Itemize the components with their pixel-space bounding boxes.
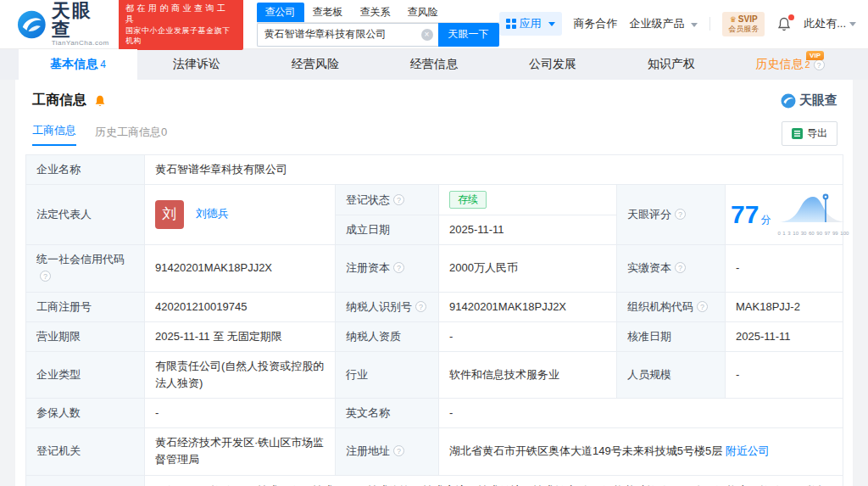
export-button[interactable]: 导出	[782, 121, 837, 146]
company-tabbar: 基本信息 4 法律诉讼 经营风险 经营信息 公司发展 知识产权 VIP 历史信息…	[0, 49, 868, 80]
company-name-label: 企业名称	[26, 155, 145, 185]
table-row: 企业类型 有限责任公司(自然人投资或控股的法人独资) 行业 软件和信息技术服务业…	[26, 351, 843, 398]
registration-authority-value: 黄石经济技术开发区·铁山区市场监督管理局	[145, 428, 336, 475]
user-menu[interactable]: 此处有...	[804, 16, 856, 31]
company-name-value: 黄石智谱华章科技有限公司	[145, 155, 843, 185]
registration-authority-label: 登记机关	[26, 428, 145, 475]
vip-badge: VIP	[806, 51, 824, 60]
tianyancha-logo-icon	[17, 9, 47, 40]
tab-basic-info-label: 基本信息	[50, 57, 97, 72]
staff-size-label: 人员规模	[617, 351, 726, 398]
industry-label: 行业	[336, 351, 439, 398]
taxpayer-quality-value: -	[439, 321, 617, 351]
help-icon[interactable]	[40, 271, 51, 282]
tab-history-info[interactable]: VIP 历史信息 2	[731, 49, 849, 80]
tab-label: 知识产权	[648, 57, 695, 72]
table-row: 统一社会信用代码 91420201MAK18PJJ2X 注册资本 2000万人民…	[26, 245, 843, 292]
help-icon[interactable]	[415, 301, 426, 312]
tab-label: 经营风险	[292, 57, 339, 72]
watermark-logo: 天眼查	[781, 92, 837, 109]
business-info-card: 工商信息 天眼查 工商信息 历史工商信息0 导出	[15, 80, 853, 486]
tab-label: 公司发展	[529, 57, 576, 72]
search-tab-boss[interactable]: 查老板	[304, 3, 352, 22]
approve-date-value: 2025-11-11	[726, 321, 843, 351]
paid-capital-value: -	[726, 245, 843, 292]
watermark-text: 天眼查	[799, 92, 837, 109]
registered-address-label: 注册地址	[336, 428, 439, 475]
subtab-history-business-info[interactable]: 历史工商信息0	[95, 125, 167, 146]
help-icon[interactable]	[814, 59, 825, 70]
tab-company-development[interactable]: 公司发展	[493, 49, 612, 80]
search-tab-relation[interactable]: 查关系	[352, 3, 399, 22]
legal-rep-link[interactable]: 刘德兵	[196, 208, 229, 221]
chevron-down-icon	[548, 22, 555, 26]
clear-icon[interactable]	[421, 29, 433, 41]
business-info-table: 企业名称 黄石智谱华章科技有限公司 法定代表人 刘 刘德兵 登记状态 存续 天眼…	[25, 154, 843, 486]
help-icon[interactable]	[393, 445, 404, 456]
search-tab-risk[interactable]: 查风险	[399, 3, 447, 22]
insured-count-label: 参保人数	[26, 399, 145, 428]
tab-history-info-count: 2	[804, 59, 810, 70]
score-number: 77	[731, 200, 759, 228]
top-nav: 应用 商务合作 企业级产品 ♛SVIP 会员服务 此处有...	[499, 12, 856, 36]
table-row: 登记机关 黄石经济技术开发区·铁山区市场监督管理局 注册地址 湖北省黄石市开铁区…	[26, 428, 843, 475]
help-icon[interactable]	[393, 194, 404, 205]
business-scope-value: 一般项目：软件开发;技术服务、技术开发、技术咨询、技术交流、技术转让、技术推广;…	[145, 475, 843, 486]
search-button[interactable]: 天眼一下	[438, 23, 499, 47]
svip-membership-button[interactable]: ♛SVIP 会员服务	[722, 12, 765, 36]
apps-menu-button[interactable]: 应用	[499, 12, 562, 36]
taxpayer-id-value: 91420201MAK18PJJ2X	[439, 292, 617, 321]
nav-divider	[709, 17, 710, 31]
reg-capital-label: 注册资本	[336, 245, 439, 292]
tab-operating-risk[interactable]: 经营风险	[256, 49, 375, 80]
chevron-down-icon	[849, 22, 856, 26]
watermark-logo-icon	[781, 93, 796, 109]
slogan-line1: 都在用的商业查询工具	[125, 3, 236, 25]
subscribe-bell-icon[interactable]	[93, 94, 107, 108]
help-icon[interactable]	[675, 262, 686, 273]
chevron-down-icon	[691, 23, 698, 27]
tab-legal-proceedings[interactable]: 法律诉讼	[137, 49, 256, 80]
crown-icon: ♛	[730, 15, 737, 24]
export-label: 导出	[807, 126, 827, 141]
tab-operating-info[interactable]: 经营信息	[375, 49, 493, 80]
legal-rep-avatar[interactable]: 刘	[155, 200, 184, 229]
nearby-companies-link[interactable]: 附近公司	[726, 444, 770, 457]
help-icon[interactable]	[697, 301, 708, 312]
nav-enterprise-products[interactable]: 企业级产品	[630, 16, 698, 31]
tianyan-score-label-text: 天眼评分	[627, 208, 671, 221]
registered-address-text: 湖北省黄石市开铁区奥体大道149号未来科技城5号楼5层	[449, 444, 722, 457]
business-term-value: 2025-11-11 至 无固定期限	[145, 321, 336, 351]
tianyan-score-value: 77分	[726, 185, 843, 245]
legal-rep-label: 法定代表人	[26, 185, 145, 245]
help-icon[interactable]	[675, 209, 686, 220]
org-code-value: MAK18PJJ-2	[726, 292, 843, 321]
nav-business-cooperation[interactable]: 商务合作	[574, 16, 618, 31]
paid-capital-label: 实缴资本	[617, 245, 726, 292]
table-row: 法定代表人 刘 刘德兵 登记状态 存续 天眼评分 77分	[26, 185, 843, 215]
notification-bell-icon[interactable]	[776, 16, 792, 31]
english-name-value: -	[439, 399, 843, 428]
approve-date-label: 核准日期	[617, 321, 726, 351]
reg-number-label: 工商注册号	[26, 292, 145, 321]
help-icon[interactable]	[393, 262, 404, 273]
tab-basic-info[interactable]: 基本信息 4	[19, 49, 137, 80]
reg-status-value: 存续	[439, 185, 617, 215]
brand-domain: TianYanCha.com	[52, 39, 110, 47]
tianyan-score-label: 天眼评分	[617, 185, 726, 245]
status-badge: 存续	[449, 191, 487, 209]
english-name-label: 英文名称	[336, 399, 439, 428]
tianyancha-logo[interactable]: 天眼查 TianYanCha.com	[17, 2, 110, 47]
table-row: 参保人数 - 英文名称 -	[26, 399, 843, 428]
table-row: 营业期限 2025-11-11 至 无固定期限 纳税人资质 - 核准日期 202…	[26, 321, 843, 351]
tab-intellectual-property[interactable]: 知识产权	[612, 49, 731, 80]
search-tab-company[interactable]: 查公司	[257, 3, 304, 22]
taxpayer-quality-label: 纳税人资质	[336, 321, 439, 351]
search-input[interactable]	[257, 23, 438, 47]
notification-dot	[788, 14, 794, 20]
establish-date-label: 成立日期	[336, 215, 439, 245]
slogan-line2: 国家中小企业发展子基金旗下机构	[125, 25, 236, 46]
subtab-business-info[interactable]: 工商信息	[32, 123, 76, 146]
table-row: 经营范围 一般项目：软件开发;技术服务、技术开发、技术咨询、技术交流、技术转让、…	[26, 475, 843, 486]
membership-label: 会员服务	[728, 25, 759, 34]
